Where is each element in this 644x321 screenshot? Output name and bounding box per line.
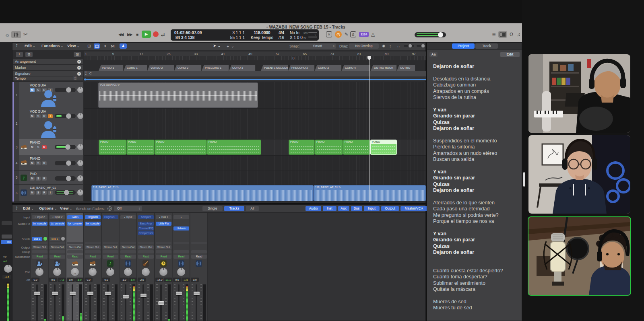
output-slot[interactable]: Stereo Out: [103, 245, 118, 249]
channel-strip-5[interactable]: Originals ~Stereo OutRead♪0.0: [102, 213, 119, 321]
track-lane-5[interactable]: [84, 171, 426, 185]
pan-knob[interactable]: [177, 268, 185, 276]
send-empty-slot[interactable]: [85, 242, 101, 244]
mixer-view-icon[interactable]: ⊞: [411, 206, 414, 210]
track-header-5[interactable]: 5PADMSR♪: [14, 171, 83, 185]
track-s-button[interactable]: S: [36, 161, 41, 165]
record-button[interactable]: [153, 31, 159, 37]
audio-fx-slot[interactable]: Listento: [173, 226, 189, 230]
track-m-button[interactable]: M: [30, 88, 35, 92]
arrangement-marker[interactable]: CORO 4: [342, 65, 371, 71]
audio-fx-slot[interactable]: bx_console: [67, 222, 83, 226]
send-empty-slot[interactable]: [138, 242, 154, 244]
view-all-button[interactable]: All: [246, 206, 259, 211]
midi-region-piano[interactable]: PIANO: [207, 140, 261, 155]
hzoom-handle[interactable]: [421, 44, 425, 47]
track-volume-slider[interactable]: [55, 176, 76, 181]
global-track-add-icon[interactable]: +: [77, 72, 81, 76]
audio-fx-slot[interactable]: bx_console: [85, 222, 101, 226]
fader-cap[interactable]: [87, 292, 93, 295]
input-slot[interactable]: ○ Input 2: [50, 215, 65, 219]
arrangement-marker[interactable]: CORO 3: [229, 65, 256, 71]
solo-box-icon[interactable]: S: [350, 31, 356, 37]
back-icon[interactable]: ⤴: [16, 43, 18, 48]
output-slot[interactable]: Stereo Out: [85, 245, 101, 249]
channel-strip-4[interactable]: Originalsbx_consoleStereo OutRead0.0: [84, 213, 101, 321]
fragment-plugin-slot[interactable]: nto: [1, 240, 12, 244]
group-slot[interactable]: [120, 250, 136, 253]
menu-edit[interactable]: Edit ⌄: [25, 43, 35, 48]
video-thumbnail-participant-3[interactable]: [528, 216, 631, 296]
cycle-button[interactable]: ⇄: [161, 32, 165, 37]
track-pan-knob[interactable]: [77, 113, 83, 119]
grid-view-icon[interactable]: ⊞: [87, 43, 91, 49]
fader-track[interactable]: [54, 284, 56, 321]
back-icon[interactable]: ⤴: [16, 206, 18, 210]
track-s-button[interactable]: S: [36, 145, 41, 149]
arrangement-marker[interactable]: VERSO 1: [99, 65, 124, 71]
fader-cap[interactable]: [140, 294, 147, 297]
pointer-tool-button[interactable]: ➤ ⌄: [213, 43, 221, 48]
hzoom-icon[interactable]: ↔: [396, 43, 400, 49]
input-slot[interactable]: LABS: [67, 215, 83, 219]
track-s-button[interactable]: S: [36, 114, 41, 118]
scissors-icon[interactable]: ✂: [23, 32, 28, 37]
track-m-button[interactable]: M: [30, 177, 35, 181]
audio-region-vocal[interactable]: VOZ GUIA#01 ↻: [98, 82, 258, 108]
input-slot[interactable]: ◐ Bus 1: [156, 215, 171, 219]
snap-select[interactable]: Smart⇳: [299, 43, 336, 49]
track-pan-knob[interactable]: [77, 87, 83, 93]
forward-button[interactable]: ▶▶: [127, 32, 132, 37]
stop-button[interactable]: ■: [136, 32, 138, 37]
output-slot[interactable]: Stereo Out: [120, 245, 136, 249]
group-slot[interactable]: [191, 250, 207, 253]
track-header-1[interactable]: 1VOZ GUIAMSRI: [14, 82, 83, 108]
pan-knob[interactable]: [35, 268, 43, 276]
automation-slot[interactable]: Read: [103, 255, 118, 259]
flex-icon[interactable]: ♟: [120, 43, 127, 49]
filter-audio-button[interactable]: Audio: [305, 206, 321, 211]
track-m-button[interactable]: M: [30, 145, 35, 149]
send-empty-slot[interactable]: [120, 242, 136, 244]
track-volume-slider[interactable]: [55, 161, 76, 165]
automation-slot[interactable]: Read: [138, 255, 154, 259]
audio-fx-slot[interactable]: Little Pla: [156, 222, 171, 226]
automation-slot[interactable]: Read: [67, 255, 83, 259]
fader-track[interactable]: [107, 284, 109, 321]
list-editors-icon[interactable]: ≣: [492, 32, 496, 37]
midi-region-piano[interactable]: PIANO: [289, 140, 315, 155]
track-volume-handle[interactable]: [66, 87, 71, 93]
midi-region-piano[interactable]: PIANO: [126, 140, 155, 155]
lane-area[interactable]: VOZ GUIA#01 ↻PIANOPIANOPIANOPIANOPIANOPI…: [84, 82, 426, 202]
send-empty-slot[interactable]: [32, 242, 47, 244]
automation-slot[interactable]: Read: [120, 255, 136, 259]
channel-strip-6[interactable]: ◐ InputStereo OutRead-3.0-6.0: [120, 213, 137, 321]
track-m-button[interactable]: M: [30, 114, 35, 118]
track-volume-handle[interactable]: [65, 144, 70, 150]
track-i-button[interactable]: I: [48, 191, 53, 195]
pan-knob[interactable]: [89, 268, 97, 276]
menu-edit[interactable]: Edit ⌄: [23, 206, 33, 210]
audio-fx-slot[interactable]: bx_console: [50, 222, 65, 226]
crossfade-icon[interactable]: ⋈: [111, 43, 115, 49]
track-pan-knob[interactable]: [77, 160, 83, 166]
arrangement-marker[interactable]: PRECORO 1: [202, 65, 229, 71]
send-knob[interactable]: [61, 237, 65, 241]
menu-view[interactable]: View ⌄: [60, 206, 72, 210]
video-thumbnail-participant-2[interactable]: [528, 135, 630, 214]
group-slot[interactable]: [32, 250, 47, 253]
fader-track[interactable]: [72, 284, 73, 321]
track-volume-slider[interactable]: [55, 114, 76, 118]
audio-fx-slot[interactable]: Compressor: [138, 231, 154, 235]
lyrics-text[interactable]: Dejaron de soñarDesolados en la distanci…: [433, 64, 518, 317]
group-slot[interactable]: [173, 250, 189, 253]
send-empty-slot[interactable]: [156, 242, 171, 244]
filter-inst-button[interactable]: Inst: [323, 206, 336, 211]
vzoom-icon[interactable]: ↕: [389, 43, 391, 49]
track-r-button[interactable]: R: [42, 114, 47, 118]
vzoom-handle[interactable]: [409, 44, 412, 47]
track-volume-handle[interactable]: [64, 190, 69, 195]
midi-region-piano[interactable]: PIANO: [99, 140, 126, 155]
send-empty-slot[interactable]: [67, 242, 83, 244]
pencil-icon[interactable]: ✎: [345, 32, 348, 37]
